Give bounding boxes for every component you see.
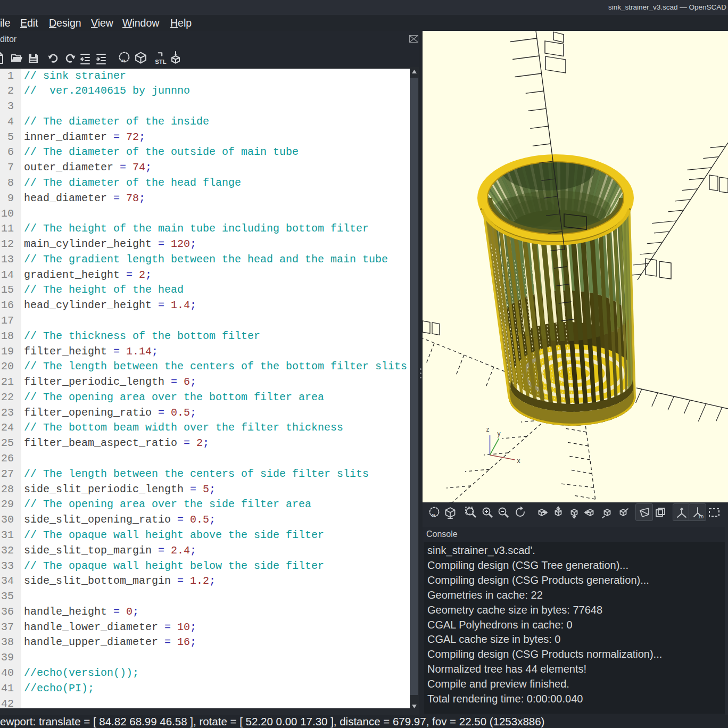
svg-text:»: »: [432, 511, 435, 519]
svg-text:10: 10: [698, 514, 704, 519]
svg-text:»: »: [121, 56, 126, 64]
svg-text:y: y: [498, 430, 501, 437]
svg-text:z: z: [486, 426, 490, 433]
svg-text:x: x: [517, 457, 520, 465]
svg-text:STL: STL: [155, 59, 167, 65]
